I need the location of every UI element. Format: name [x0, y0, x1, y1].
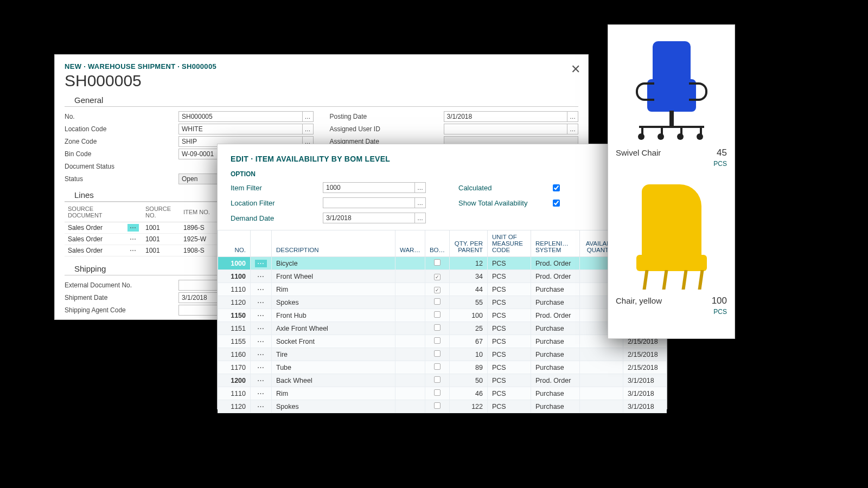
table-row[interactable]: 1200 ⋯ Back Wheel 50 PCS Prod. Order 3/1…: [218, 374, 667, 387]
table-row[interactable]: 1000 ⋯ Bicycle 12 PCS Prod. Order 3/1/20…: [218, 257, 667, 270]
row-actions-icon[interactable]: ⋯: [255, 299, 267, 306]
item-card[interactable]: Swivel Chair 45 PCS: [608, 25, 735, 173]
posting-label: Posting Date: [330, 113, 444, 120]
col-qty[interactable]: QTY. PER PARENT: [450, 230, 488, 257]
row-actions-icon[interactable]: ⋯: [255, 325, 267, 332]
checkbox-icon[interactable]: ✓: [434, 274, 441, 280]
calculated-checkbox[interactable]: [553, 184, 560, 191]
bom-table: NO. DESCRIPTION WAR… BO… QTY. PER PARENT…: [218, 230, 667, 413]
row-actions-icon[interactable]: ⋯: [255, 351, 267, 358]
table-row[interactable]: 1100 ⋯ Front Wheel ✓ 34 PCS Prod. Order …: [218, 270, 667, 283]
checkbox-icon[interactable]: [434, 337, 441, 344]
breadcrumb: NEW · WAREHOUSE SHIPMENT · SH000005: [55, 55, 588, 70]
no-lookup[interactable]: …: [303, 111, 314, 122]
checkbox-icon[interactable]: [434, 402, 441, 409]
locfilter-label: Location Filter: [231, 199, 323, 207]
col-no[interactable]: NO.: [218, 230, 251, 257]
item-qty: 45: [717, 147, 727, 158]
close-icon[interactable]: ✕: [571, 62, 580, 76]
row-actions-icon[interactable]: ⋯: [127, 235, 139, 243]
checkbox-icon[interactable]: ✓: [434, 287, 441, 293]
checkbox-icon[interactable]: [434, 363, 441, 370]
table-row[interactable]: 1160 ⋯ Tire 10 PCS Purchase 2/15/2018: [218, 348, 667, 361]
zone-label: Zone Code: [65, 138, 178, 145]
col-desc[interactable]: DESCRIPTION: [272, 230, 395, 257]
demanddate-lookup[interactable]: …: [415, 213, 426, 223]
table-row[interactable]: 1155 ⋯ Socket Front 67 PCS Purchase 2/15…: [218, 335, 667, 348]
row-actions-icon[interactable]: ⋯: [255, 390, 267, 397]
calculated-label: Calculated: [458, 184, 551, 192]
location-label: Location Code: [65, 125, 178, 133]
item-name: Chair, yellow: [616, 296, 662, 305]
row-actions-icon[interactable]: ⋯: [127, 247, 139, 254]
locfilter-field[interactable]: [323, 197, 415, 208]
demanddate-label: Demand Date: [231, 214, 323, 222]
status-label: Status: [65, 175, 178, 183]
page-title: SH000005: [55, 70, 588, 93]
showtotal-checkbox[interactable]: [553, 200, 560, 207]
assigneduser-field[interactable]: [444, 124, 568, 134]
table-row[interactable]: 1120 ⋯ Spokes 122 PCS Purchase 3/1/2018: [218, 400, 667, 413]
checkbox-icon[interactable]: [434, 350, 441, 357]
posting-lookup[interactable]: …: [567, 111, 578, 122]
col-itemno[interactable]: ITEM NO.: [180, 202, 218, 222]
row-actions-icon[interactable]: ⋯: [127, 224, 139, 232]
table-row[interactable]: 1150 ⋯ Front Hub 100 PCS Prod. Order 2/1…: [218, 309, 667, 322]
checkbox-icon[interactable]: [434, 376, 441, 383]
itemfilter-lookup[interactable]: …: [415, 182, 426, 193]
bom-title: EDIT · ITEM AVAILABILITY BY BOM LEVEL: [231, 155, 390, 163]
row-actions-icon[interactable]: ⋯: [255, 260, 267, 267]
row-actions-icon[interactable]: ⋯: [255, 364, 267, 371]
item-card[interactable]: Chair, yellow 100 PCS: [608, 173, 735, 321]
row-actions-icon[interactable]: ⋯: [255, 312, 267, 319]
chair-icon: [628, 36, 715, 139]
table-row[interactable]: 1110 ⋯ Rim ✓ 44 PCS Purchase 2/15/2018: [218, 283, 667, 296]
chair-icon: [626, 181, 718, 290]
item-uom: PCS: [713, 160, 727, 168]
no-field[interactable]: SH000005: [178, 111, 303, 122]
posting-field[interactable]: 3/1/2018: [444, 111, 568, 122]
assigneduser-label: Assigned User ID: [330, 125, 444, 133]
checkbox-icon[interactable]: [434, 324, 441, 331]
location-field[interactable]: WHITE: [178, 124, 303, 134]
item-uom: PCS: [713, 308, 727, 316]
item-qty: 100: [712, 296, 727, 306]
extdoc-label: External Document No.: [65, 281, 178, 289]
table-row[interactable]: 1110 ⋯ Rim 46 PCS Purchase 3/1/2018: [218, 387, 667, 400]
checkbox-icon[interactable]: [434, 259, 441, 266]
row-actions-icon[interactable]: ⋯: [255, 273, 267, 280]
row-actions-icon[interactable]: ⋯: [255, 377, 267, 384]
item-cards-panel: Swivel Chair 45 PCS Chair, yellow 100 PC…: [608, 24, 735, 339]
table-row[interactable]: 1120 ⋯ Spokes 55 PCS Purchase 2/15/2018: [218, 296, 667, 309]
assigneduser-lookup[interactable]: …: [567, 124, 578, 134]
location-lookup[interactable]: …: [303, 124, 314, 134]
row-actions-icon[interactable]: ⋯: [255, 338, 267, 345]
agent-label: Shipping Agent Code: [65, 306, 178, 314]
itemfilter-field[interactable]: 1000: [323, 182, 415, 193]
col-bo[interactable]: BO…: [425, 230, 449, 257]
col-war[interactable]: WAR…: [395, 230, 425, 257]
section-general[interactable]: General: [65, 93, 578, 107]
docstatus-label: Document Status: [65, 163, 178, 170]
locfilter-lookup[interactable]: …: [415, 197, 426, 208]
col-repl[interactable]: REPLENI… SYSTEM: [531, 230, 580, 257]
checkbox-icon[interactable]: [434, 389, 441, 396]
bom-availability-window: EDIT · ITEM AVAILABILITY BY BOM LEVEL ⤢ …: [217, 144, 667, 409]
row-actions-icon[interactable]: ⋯: [255, 286, 267, 293]
shipdate-label: Shipment Date: [65, 294, 178, 301]
option-title: OPTION: [218, 170, 667, 180]
no-label: No.: [65, 113, 178, 120]
checkbox-icon[interactable]: [434, 311, 441, 318]
col-srcdoc[interactable]: SOURCE DOCUMENT: [65, 202, 124, 222]
itemfilter-label: Item Filter: [231, 184, 323, 192]
row-actions-icon[interactable]: ⋯: [255, 403, 267, 410]
table-row[interactable]: 1151 ⋯ Axle Front Wheel 25 PCS Purchase …: [218, 322, 667, 335]
col-uom[interactable]: UNIT OF MEASURE CODE: [488, 230, 531, 257]
demanddate-field[interactable]: 3/1/2018: [323, 213, 415, 223]
col-srcno[interactable]: SOURCE NO.: [142, 202, 180, 222]
bin-label: Bin Code: [65, 150, 178, 158]
showtotal-label: Show Total Availability: [458, 199, 551, 207]
table-row[interactable]: 1170 ⋯ Tube 89 PCS Purchase 2/15/2018: [218, 361, 667, 374]
checkbox-icon[interactable]: [434, 298, 441, 305]
item-name: Swivel Chair: [616, 148, 661, 157]
